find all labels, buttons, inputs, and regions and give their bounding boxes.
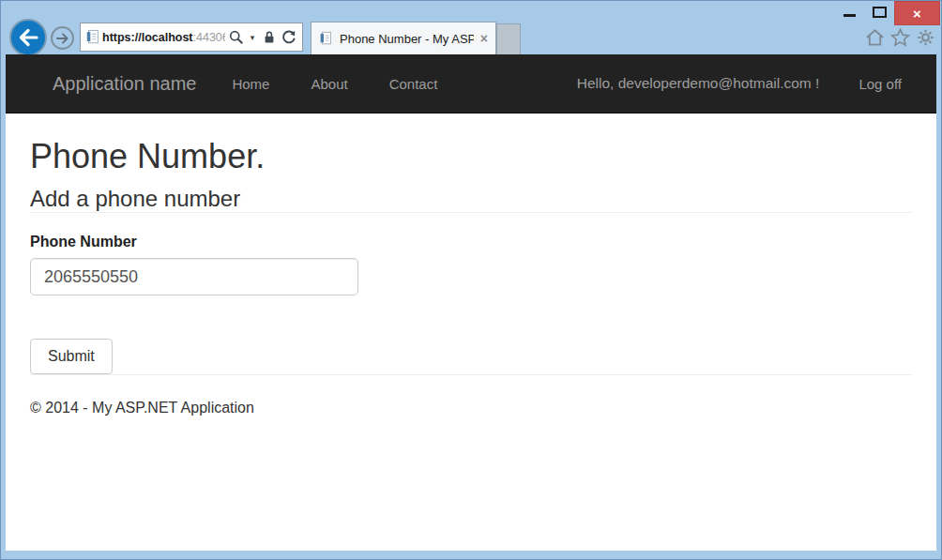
home-icon[interactable] (865, 28, 885, 47)
submit-button[interactable]: Submit (30, 339, 113, 374)
refresh-icon (281, 29, 296, 45)
navbar-brand[interactable]: Application name (53, 73, 196, 95)
page-title: Phone Number. (30, 137, 912, 176)
tab-title: Phone Number - My ASP.N... (340, 32, 474, 46)
forward-button[interactable] (51, 26, 74, 50)
lock-icon (262, 29, 277, 45)
nav-link-home[interactable]: Home (211, 76, 290, 92)
phone-number-label: Phone Number (30, 234, 912, 250)
copyright-text: © 2014 - My ASP.NET Application (30, 400, 912, 416)
phone-number-input[interactable] (30, 258, 358, 295)
back-arrow-icon (17, 26, 39, 49)
url-text[interactable]: https://localhost:44306/Acc (102, 31, 225, 44)
address-bar[interactable]: https://localhost:44306/Acc ▾ (80, 23, 303, 52)
page-icon (319, 30, 333, 47)
url-host: https://localhost (102, 31, 193, 44)
refresh-button[interactable] (280, 26, 297, 49)
navbar-right: Hello, developerdemo@hotmail.com ! Log o… (577, 75, 913, 92)
nav-link-about[interactable]: About (290, 76, 368, 92)
page-footer: © 2014 - My ASP.NET Application (30, 400, 912, 416)
star-icon[interactable] (890, 28, 910, 47)
new-tab-button[interactable] (496, 23, 521, 54)
browser-tab[interactable]: Phone Number - My ASP.N... × (311, 22, 496, 54)
minimize-button[interactable] (843, 14, 856, 17)
url-path: :44306/Acc (193, 31, 225, 44)
back-button[interactable] (9, 19, 47, 56)
phone-number-form: Phone Number Submit (30, 234, 912, 374)
divider (30, 374, 912, 375)
browser-chrome: https://localhost:44306/Acc ▾ (1, 1, 941, 54)
main-content: Phone Number. Add a phone number Phone N… (30, 137, 912, 416)
log-off-link[interactable]: Log off (858, 76, 902, 92)
chevron-down-icon[interactable]: ▾ (247, 33, 258, 42)
forward-arrow-icon (55, 31, 70, 46)
gear-icon[interactable] (916, 28, 935, 47)
browser-window: https://localhost:44306/Acc ▾ (0, 0, 942, 560)
page-subtitle: Add a phone number (30, 186, 912, 212)
divider (30, 212, 912, 213)
security-report-button[interactable] (260, 26, 278, 49)
tab-close-button[interactable]: × (480, 32, 488, 45)
search-icon (228, 29, 244, 45)
navbar: Application name Home About Contact Hell… (6, 54, 936, 114)
window-close-button[interactable]: × (894, 1, 940, 25)
nav-link-contact[interactable]: Contact (369, 76, 459, 92)
maximize-button[interactable] (873, 7, 887, 18)
user-greeting[interactable]: Hello, developerdemo@hotmail.com ! (577, 75, 820, 92)
page-icon (85, 28, 100, 46)
search-button[interactable] (227, 26, 245, 49)
web-page: Application name Home About Contact Hell… (6, 54, 936, 551)
